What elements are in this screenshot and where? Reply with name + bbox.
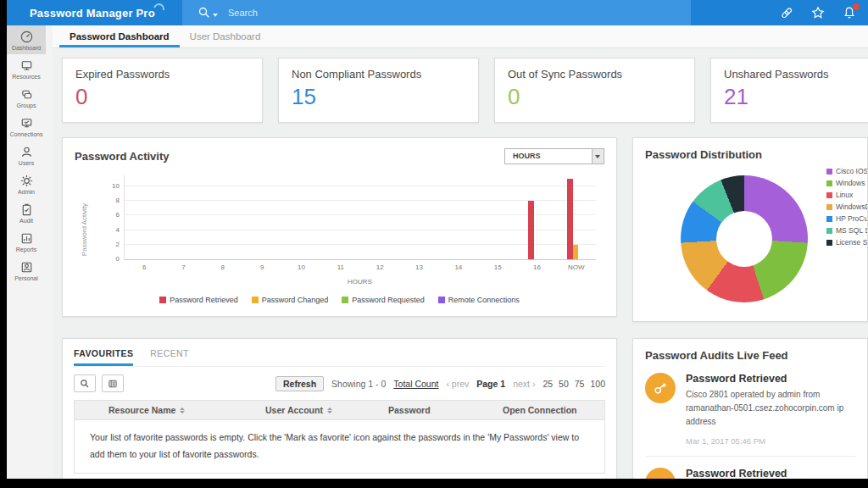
stat-card-title: Out of Sync Passwords xyxy=(508,68,682,80)
legend-label: Cisco IOS xyxy=(836,167,868,175)
activity-legend: Password RetrievedPassword ChangedPasswo… xyxy=(75,296,604,304)
gridline xyxy=(125,214,596,215)
x-tick-label: 15 xyxy=(494,263,502,271)
sidebar-item-resources[interactable]: Resources xyxy=(7,54,46,83)
sort-icon[interactable] xyxy=(327,408,332,413)
password-activity-panel: Password Activity HOURS Password Activit… xyxy=(62,137,617,317)
audit-clipboard-icon xyxy=(7,202,46,217)
stat-card-title: Unshared Passwords xyxy=(724,68,868,80)
sidebar-item-connections[interactable]: Connections xyxy=(7,112,46,141)
column-chooser-button[interactable] xyxy=(102,374,124,392)
legend-item: MS SQL S xyxy=(826,226,868,235)
stat-card-non-compliant-passwords[interactable]: Non Compliant Passwords15 xyxy=(278,58,479,123)
sidebar-item-label: Groups xyxy=(7,103,46,108)
page-size-75[interactable]: 75 xyxy=(575,379,585,389)
key-icon xyxy=(645,373,676,403)
tab-password-dashboard[interactable]: Password Dashboard xyxy=(59,25,180,47)
distribution-donut-chart xyxy=(681,175,808,302)
search-scope-caret-icon[interactable] xyxy=(213,14,218,17)
column-header-resource-name[interactable]: Resource Name xyxy=(75,405,231,415)
legend-swatch xyxy=(826,240,832,246)
gridline xyxy=(125,230,596,230)
connections-icon xyxy=(7,116,46,130)
stat-cards-row: Expired Passwords0Non Compliant Password… xyxy=(62,58,868,123)
activity-plot-area: 0246810678910111213141516NOW xyxy=(124,175,596,260)
total-count-link[interactable]: Total Count xyxy=(393,379,438,389)
x-tick-label: 6 xyxy=(142,263,146,271)
legend-item: HP ProCur xyxy=(826,214,868,223)
link-icon[interactable] xyxy=(780,6,793,19)
dashboard-tabbar: Password Dashboard User Dashboard xyxy=(53,25,868,48)
page-size-50[interactable]: 50 xyxy=(559,379,569,389)
sidebar-item-groups[interactable]: Groups xyxy=(7,83,46,112)
prev-page-button[interactable]: ‹ prev xyxy=(446,379,469,389)
global-search[interactable] xyxy=(182,0,691,25)
legend-label: Windows xyxy=(836,179,865,187)
feed-entry: Password RetrievedCisco 2801 operated by… xyxy=(645,373,855,446)
legend-label: Password Requested xyxy=(352,296,425,304)
bar xyxy=(528,201,534,259)
page-size-100[interactable]: 100 xyxy=(590,379,605,389)
sidebar-item-label: Reports xyxy=(7,247,46,252)
x-tick-label: 13 xyxy=(415,263,423,271)
dashboard-gauge-icon xyxy=(7,30,46,44)
sidebar-item-audit[interactable]: Audit xyxy=(7,198,46,227)
x-tick-label: 7 xyxy=(181,263,185,271)
stat-card-out-of-sync-passwords[interactable]: Out of Sync Passwords0 xyxy=(494,58,695,123)
legend-swatch xyxy=(252,297,259,303)
tab-user-dashboard[interactable]: User Dashboard xyxy=(180,25,271,47)
table-search-button[interactable] xyxy=(74,374,96,392)
password-manager-pro-app: Password Manager Pro DashboardResourcesG… xyxy=(7,0,868,479)
sidebar-item-dashboard[interactable]: Dashboard xyxy=(7,25,46,54)
sidebar-item-label: Personal xyxy=(7,275,46,281)
search-input[interactable] xyxy=(228,8,482,18)
password-distribution-title: Password Distribution xyxy=(645,148,855,161)
feed-divider xyxy=(645,456,855,457)
y-tick-label: 4 xyxy=(116,226,120,234)
bar xyxy=(573,245,578,259)
sort-icon[interactable] xyxy=(180,408,185,413)
feed-entry-body: Password RetrievedCisco 2801 operated by… xyxy=(686,373,860,446)
stat-card-title: Non Compliant Passwords xyxy=(292,68,465,80)
search-icon xyxy=(198,6,211,19)
gridline xyxy=(125,186,596,186)
page-size-25[interactable]: 25 xyxy=(542,379,553,389)
tab-favourites[interactable]: FAVOURITES xyxy=(74,348,133,366)
bell-icon[interactable] xyxy=(843,6,856,19)
sidebar-item-label: Admin xyxy=(7,189,46,195)
legend-swatch xyxy=(159,297,166,303)
tab-recent[interactable]: RECENT xyxy=(150,348,189,366)
password-audits-live-feed-panel: Password Audits Live Feed Password Retri… xyxy=(632,338,868,479)
users-icon xyxy=(7,145,46,159)
legend-swatch xyxy=(826,228,832,234)
sidebar-item-admin[interactable]: Admin xyxy=(7,169,46,198)
chevron-down-icon xyxy=(592,149,604,164)
refresh-button[interactable]: Refresh xyxy=(275,376,324,391)
next-page-button[interactable]: next › xyxy=(513,379,535,389)
favourites-toolbar: Refresh Showing 1 - 0 Total Count ‹ prev… xyxy=(74,374,605,392)
y-tick-label: 6 xyxy=(116,211,120,219)
sidebar-item-label: Audit xyxy=(7,218,46,224)
sidebar-item-personal[interactable]: Personal xyxy=(7,256,46,285)
live-feed-title: Password Audits Live Feed xyxy=(645,349,855,362)
x-tick-label: 14 xyxy=(454,263,462,271)
screen: Password Manager Pro DashboardResourcesG… xyxy=(0,0,868,488)
x-tick-label: 8 xyxy=(221,263,225,271)
legend-item: Remote Connections xyxy=(438,296,520,304)
legend-swatch xyxy=(826,180,832,186)
stat-card-value: 21 xyxy=(724,86,868,108)
app-logo: Password Manager Pro xyxy=(30,0,164,25)
legend-swatch xyxy=(438,297,445,303)
stat-card-unshared-passwords[interactable]: Unshared Passwords21 xyxy=(710,58,868,123)
activity-range-select[interactable]: HOURS xyxy=(504,148,604,164)
sidebar-item-reports[interactable]: Reports xyxy=(7,227,46,256)
column-header-user-account[interactable]: User Account xyxy=(231,405,354,415)
star-icon[interactable] xyxy=(811,6,825,19)
x-tick-label: 10 xyxy=(298,263,305,271)
legend-label: MS SQL S xyxy=(836,226,868,235)
sidebar-item-users[interactable]: Users xyxy=(7,141,46,169)
app-logo-text: Password Manager Pro xyxy=(30,7,155,19)
legend-swatch xyxy=(826,192,832,198)
legend-item: License St xyxy=(826,238,868,247)
stat-card-expired-passwords[interactable]: Expired Passwords0 xyxy=(62,58,263,123)
